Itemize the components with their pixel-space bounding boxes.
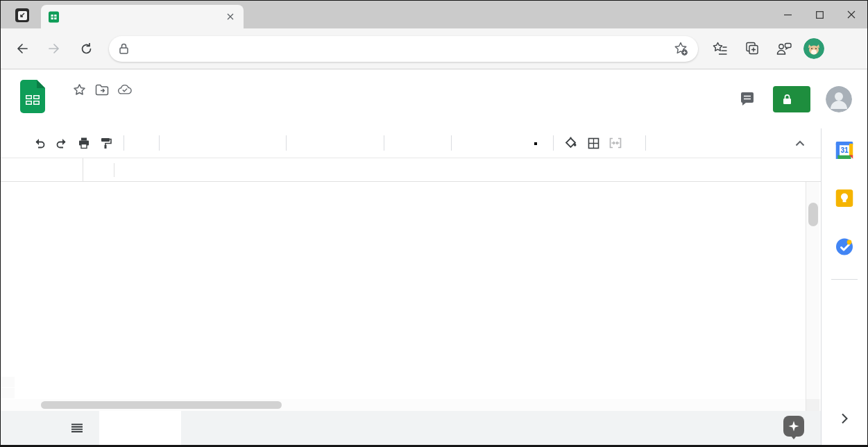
collapse-toolbar-icon[interactable] [789,133,811,153]
panel-divider [831,279,858,280]
italic-button[interactable] [480,133,502,153]
tasks-icon[interactable] [836,238,853,255]
formula-input[interactable] [114,158,821,181]
strikethrough-button[interactable] [502,133,525,153]
share-lock-icon [783,94,792,105]
format-currency-button[interactable] [166,133,188,153]
all-sheets-icon[interactable] [67,419,87,438]
horizontal-scrollbar-thumb[interactable] [41,401,282,409]
toolbar-separator [384,135,384,151]
explore-button[interactable] [783,416,804,437]
formula-separator [83,158,83,182]
font-size-select[interactable] [391,133,445,153]
more-formats-button[interactable] [257,133,280,153]
print-button[interactable] [73,133,95,153]
document-title-row [63,79,132,100]
decrease-decimal-button[interactable] [210,133,234,153]
scroll-left-arrow[interactable] [763,400,778,410]
refresh-button[interactable] [73,35,99,62]
toolbar-separator [553,135,554,151]
address-bar[interactable] [109,36,698,62]
comment-history-icon[interactable] [731,83,763,115]
toolbar-separator [286,135,287,151]
calendar-icon[interactable]: 31 [836,142,853,159]
star-icon[interactable] [72,83,86,96]
sheet-tab-active[interactable] [99,411,181,445]
scroll-down-arrow[interactable] [1,388,15,398]
redo-button[interactable] [51,133,73,153]
add-favorite-icon[interactable] [673,41,688,56]
new-tab-button[interactable] [252,6,271,25]
paint-format-button[interactable] [95,133,117,153]
lock-icon [119,42,129,55]
browser-menu-icon[interactable] [831,36,856,61]
keep-icon[interactable] [836,189,853,207]
sheets-header [1,69,867,128]
close-button[interactable] [835,1,867,28]
sheets-favicon [48,11,60,23]
svg-text:31: 31 [840,146,849,154]
scroll-right-arrow[interactable] [782,400,797,410]
toolbar-separator [124,135,124,151]
vertical-scrollbar-thumb[interactable] [808,203,818,226]
merge-options-caret[interactable] [627,133,639,153]
cloud-saved-icon[interactable] [118,83,132,96]
back-button[interactable] [9,35,35,62]
fill-color-button[interactable] [560,133,582,153]
account-avatar[interactable] [826,86,852,112]
minimize-button[interactable] [772,1,803,28]
collections-icon[interactable] [740,36,765,61]
workspace-icon[interactable] [15,8,29,22]
scroll-up-arrow[interactable] [1,377,15,387]
move-to-folder-icon[interactable] [95,83,109,96]
feedback-icon[interactable] [772,36,797,61]
app-body: 31 [1,128,867,445]
side-panel: 31 [821,128,867,445]
browser-titlebar [1,1,867,28]
scrollbar-corner [806,399,819,411]
workspace-icon-glyph [18,11,27,20]
font-select[interactable] [293,133,377,153]
favorites-bar-icon[interactable] [708,36,733,61]
maximize-button[interactable] [803,1,835,28]
sheet-tab-bar [1,411,821,445]
zoom-select[interactable] [130,133,153,153]
borders-button[interactable] [582,133,604,153]
share-button[interactable] [773,86,810,112]
vertical-scrollbar[interactable] [806,182,819,399]
text-color-button[interactable] [525,133,547,153]
add-sheet-button[interactable] [40,419,59,438]
browser-actions [708,36,859,61]
format-percent-button[interactable] [188,133,210,153]
grid-area [1,182,821,399]
collapse-panel-chevron-icon[interactable] [841,413,848,424]
toolbar-more-button[interactable] [652,133,674,153]
browser-tab[interactable] [41,5,244,28]
header-actions [731,69,867,128]
browser-toolbar [1,28,867,69]
toolbar-separator [159,135,160,151]
toolbar-separator [451,135,452,151]
merge-cells-button[interactable] [604,133,627,153]
bold-button[interactable] [458,133,480,153]
toolbar-separator [645,135,646,151]
browser-profile-avatar[interactable] [803,38,824,59]
forward-button[interactable] [41,35,67,62]
sheets-toolbar [1,128,821,158]
sheets-logo[interactable] [20,80,45,113]
undo-button[interactable] [28,133,51,153]
formula-bar [1,158,821,182]
tab-close-icon[interactable] [224,10,237,23]
main-column [1,128,821,445]
increase-decimal-button[interactable] [234,133,257,153]
horizontal-scrollbar[interactable] [1,399,821,411]
window-controls [772,1,867,28]
browser-window: 31 [0,0,868,447]
